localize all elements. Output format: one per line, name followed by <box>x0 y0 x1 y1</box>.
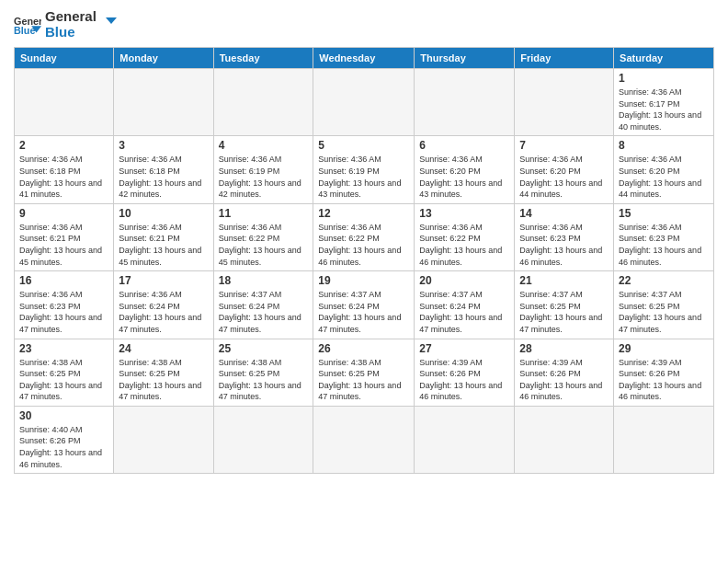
logo-blue: Blue <box>45 25 117 40</box>
calendar-cell: 5Sunrise: 4:36 AM Sunset: 6:19 PM Daylig… <box>313 136 415 203</box>
calendar-cell: 3Sunrise: 4:36 AM Sunset: 6:18 PM Daylig… <box>114 136 213 203</box>
logo-icon: General Blue <box>14 14 41 36</box>
svg-text:Blue: Blue <box>14 24 35 35</box>
calendar-cell <box>213 69 313 136</box>
calendar-cell <box>15 69 114 136</box>
day-info: Sunrise: 4:36 AM Sunset: 6:19 PM Dayligh… <box>219 154 309 200</box>
day-number: 15 <box>619 207 709 220</box>
calendar-cell: 14Sunrise: 4:36 AM Sunset: 6:23 PM Dayli… <box>515 203 614 270</box>
day-info: Sunrise: 4:37 AM Sunset: 6:25 PM Dayligh… <box>519 289 609 335</box>
day-info: Sunrise: 4:40 AM Sunset: 6:26 PM Dayligh… <box>19 424 108 470</box>
calendar-cell: 25Sunrise: 4:38 AM Sunset: 6:25 PM Dayli… <box>213 339 313 406</box>
calendar-cell: 6Sunrise: 4:36 AM Sunset: 6:20 PM Daylig… <box>415 136 515 203</box>
day-info: Sunrise: 4:36 AM Sunset: 6:22 PM Dayligh… <box>219 222 309 268</box>
day-number: 27 <box>419 342 509 355</box>
calendar-week-row: 16Sunrise: 4:36 AM Sunset: 6:23 PM Dayli… <box>15 271 714 339</box>
calendar-cell <box>415 406 515 473</box>
day-number: 5 <box>318 139 409 152</box>
day-info: Sunrise: 4:39 AM Sunset: 6:26 PM Dayligh… <box>419 357 509 403</box>
calendar-cell: 13Sunrise: 4:36 AM Sunset: 6:22 PM Dayli… <box>415 203 515 270</box>
day-number: 8 <box>619 139 709 152</box>
day-info: Sunrise: 4:36 AM Sunset: 6:20 PM Dayligh… <box>519 154 609 200</box>
day-info: Sunrise: 4:36 AM Sunset: 6:24 PM Dayligh… <box>119 289 208 335</box>
day-header-sunday: Sunday <box>15 48 114 69</box>
day-info: Sunrise: 4:38 AM Sunset: 6:25 PM Dayligh… <box>318 357 409 403</box>
calendar-cell: 15Sunrise: 4:36 AM Sunset: 6:23 PM Dayli… <box>614 203 714 270</box>
calendar-cell: 12Sunrise: 4:36 AM Sunset: 6:22 PM Dayli… <box>313 203 415 270</box>
calendar-cell: 1Sunrise: 4:36 AM Sunset: 6:17 PM Daylig… <box>614 69 714 136</box>
day-number: 18 <box>219 274 309 287</box>
day-number: 17 <box>119 274 208 287</box>
calendar-week-row: 2Sunrise: 4:36 AM Sunset: 6:18 PM Daylig… <box>15 136 714 203</box>
day-info: Sunrise: 4:36 AM Sunset: 6:22 PM Dayligh… <box>419 222 509 268</box>
day-number: 24 <box>119 342 208 355</box>
calendar-cell: 21Sunrise: 4:37 AM Sunset: 6:25 PM Dayli… <box>515 271 614 339</box>
day-info: Sunrise: 4:36 AM Sunset: 6:21 PM Dayligh… <box>19 222 108 268</box>
calendar-cell <box>515 406 614 473</box>
day-info: Sunrise: 4:38 AM Sunset: 6:25 PM Dayligh… <box>19 357 108 403</box>
day-number: 9 <box>19 207 108 220</box>
day-info: Sunrise: 4:36 AM Sunset: 6:21 PM Dayligh… <box>119 222 208 268</box>
day-info: Sunrise: 4:36 AM Sunset: 6:23 PM Dayligh… <box>519 222 609 268</box>
calendar-cell: 22Sunrise: 4:37 AM Sunset: 6:25 PM Dayli… <box>614 271 714 339</box>
day-info: Sunrise: 4:37 AM Sunset: 6:25 PM Dayligh… <box>619 289 709 335</box>
day-number: 23 <box>19 342 108 355</box>
svg-marker-3 <box>106 17 117 24</box>
day-info: Sunrise: 4:38 AM Sunset: 6:25 PM Dayligh… <box>119 357 208 403</box>
day-number: 13 <box>419 207 509 220</box>
calendar-cell <box>614 406 714 473</box>
day-header-friday: Friday <box>515 48 614 69</box>
day-header-wednesday: Wednesday <box>313 48 415 69</box>
calendar-cell: 30Sunrise: 4:40 AM Sunset: 6:26 PM Dayli… <box>15 406 114 473</box>
calendar-week-row: 9Sunrise: 4:36 AM Sunset: 6:21 PM Daylig… <box>15 203 714 270</box>
day-number: 20 <box>419 274 509 287</box>
day-header-tuesday: Tuesday <box>213 48 313 69</box>
day-info: Sunrise: 4:36 AM Sunset: 6:20 PM Dayligh… <box>619 154 709 200</box>
calendar-cell: 19Sunrise: 4:37 AM Sunset: 6:24 PM Dayli… <box>313 271 415 339</box>
day-info: Sunrise: 4:36 AM Sunset: 6:23 PM Dayligh… <box>619 222 709 268</box>
day-number: 3 <box>119 139 208 152</box>
calendar-cell: 2Sunrise: 4:36 AM Sunset: 6:18 PM Daylig… <box>15 136 114 203</box>
day-number: 10 <box>119 207 208 220</box>
calendar-cell: 28Sunrise: 4:39 AM Sunset: 6:26 PM Dayli… <box>515 339 614 406</box>
day-info: Sunrise: 4:37 AM Sunset: 6:24 PM Dayligh… <box>219 289 309 335</box>
day-header-monday: Monday <box>114 48 213 69</box>
day-info: Sunrise: 4:36 AM Sunset: 6:17 PM Dayligh… <box>619 86 709 132</box>
day-info: Sunrise: 4:38 AM Sunset: 6:25 PM Dayligh… <box>219 357 309 403</box>
day-number: 6 <box>419 139 509 152</box>
calendar-cell: 27Sunrise: 4:39 AM Sunset: 6:26 PM Dayli… <box>415 339 515 406</box>
day-number: 1 <box>619 72 709 85</box>
day-number: 14 <box>519 207 609 220</box>
calendar-cell: 8Sunrise: 4:36 AM Sunset: 6:20 PM Daylig… <box>614 136 714 203</box>
day-info: Sunrise: 4:37 AM Sunset: 6:24 PM Dayligh… <box>419 289 509 335</box>
day-number: 7 <box>519 139 609 152</box>
logo: General Blue General Blue <box>14 9 117 40</box>
calendar-cell: 10Sunrise: 4:36 AM Sunset: 6:21 PM Dayli… <box>114 203 213 270</box>
day-number: 2 <box>19 139 108 152</box>
day-number: 12 <box>318 207 409 220</box>
calendar-cell <box>114 406 213 473</box>
calendar-cell: 26Sunrise: 4:38 AM Sunset: 6:25 PM Dayli… <box>313 339 415 406</box>
calendar-cell: 7Sunrise: 4:36 AM Sunset: 6:20 PM Daylig… <box>515 136 614 203</box>
day-number: 11 <box>219 207 309 220</box>
calendar-cell <box>114 69 213 136</box>
calendar-week-row: 30Sunrise: 4:40 AM Sunset: 6:26 PM Dayli… <box>15 406 714 473</box>
calendar-cell: 23Sunrise: 4:38 AM Sunset: 6:25 PM Dayli… <box>15 339 114 406</box>
day-number: 22 <box>619 274 709 287</box>
day-number: 19 <box>318 274 409 287</box>
day-info: Sunrise: 4:39 AM Sunset: 6:26 PM Dayligh… <box>519 357 609 403</box>
day-number: 25 <box>219 342 309 355</box>
calendar-cell: 24Sunrise: 4:38 AM Sunset: 6:25 PM Dayli… <box>114 339 213 406</box>
calendar-cell: 16Sunrise: 4:36 AM Sunset: 6:23 PM Dayli… <box>15 271 114 339</box>
day-number: 16 <box>19 274 108 287</box>
calendar-cell <box>313 69 415 136</box>
day-header-thursday: Thursday <box>415 48 515 69</box>
day-number: 28 <box>519 342 609 355</box>
logo-general: General <box>45 9 117 25</box>
day-info: Sunrise: 4:37 AM Sunset: 6:24 PM Dayligh… <box>318 289 409 335</box>
calendar-cell: 17Sunrise: 4:36 AM Sunset: 6:24 PM Dayli… <box>114 271 213 339</box>
calendar-cell <box>515 69 614 136</box>
day-info: Sunrise: 4:36 AM Sunset: 6:18 PM Dayligh… <box>119 154 208 200</box>
calendar-cell <box>415 69 515 136</box>
calendar-cell: 4Sunrise: 4:36 AM Sunset: 6:19 PM Daylig… <box>213 136 313 203</box>
